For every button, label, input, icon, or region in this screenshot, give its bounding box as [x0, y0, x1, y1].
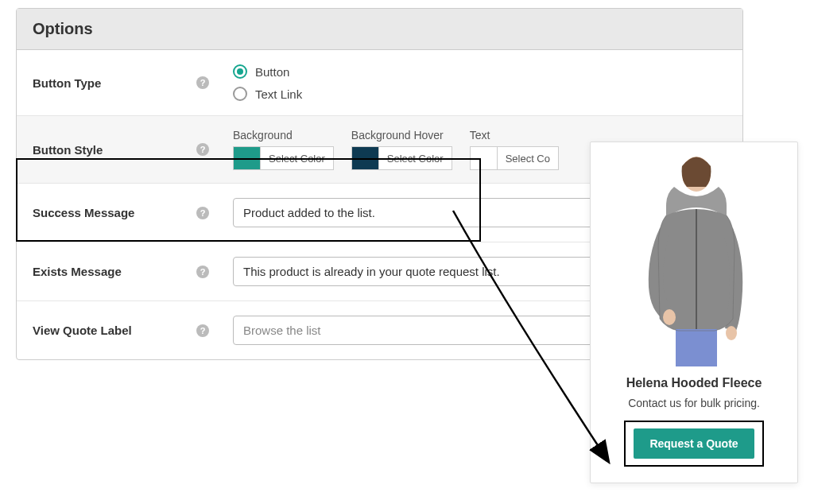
option-label-button-style: Button Style ?	[33, 143, 222, 157]
radio-text-link-option[interactable]: Text Link	[233, 87, 742, 101]
view-quote-label: View Quote Label	[33, 324, 132, 337]
color-swatch[interactable]	[351, 146, 378, 170]
text-color-label: Text	[470, 129, 559, 142]
select-color-button[interactable]: Select Color	[378, 146, 452, 170]
radio-button-option[interactable]: Button	[233, 64, 742, 79]
background-color-picker[interactable]: Select Color	[233, 146, 334, 170]
select-color-button[interactable]: Select Co	[497, 146, 559, 170]
product-subtitle: Contact us for bulk pricing.	[591, 397, 797, 409]
radio-input[interactable]	[233, 87, 247, 101]
color-swatch[interactable]	[470, 146, 497, 170]
option-label-exists: Exists Message ?	[33, 265, 222, 278]
request-quote-button[interactable]: Request a Quote	[634, 428, 754, 459]
background-hover-color-picker[interactable]: Select Color	[351, 146, 452, 170]
text-color-col: Text Select Co	[470, 129, 559, 170]
radio-input[interactable]	[233, 64, 247, 79]
svg-point-2	[663, 309, 676, 325]
button-style-label: Button Style	[33, 143, 103, 157]
product-title: Helena Hooded Fleece	[591, 376, 797, 390]
success-message-input[interactable]	[233, 198, 630, 227]
radio-label: Button	[255, 65, 289, 79]
button-type-label: Button Type	[33, 76, 101, 90]
product-image	[622, 152, 766, 366]
text-color-picker[interactable]: Select Co	[470, 146, 559, 170]
color-swatch[interactable]	[233, 146, 260, 170]
view-quote-input[interactable]	[233, 316, 630, 345]
option-label-success: Success Message ?	[33, 206, 222, 219]
help-icon[interactable]: ?	[196, 207, 209, 219]
background-color-col: Background Select Color	[233, 129, 334, 170]
option-label-view-quote: View Quote Label ?	[33, 324, 222, 337]
background-hover-color-col: Background Hover Select Color	[351, 129, 452, 170]
help-icon[interactable]: ?	[196, 266, 209, 278]
highlight-box: Request a Quote	[624, 421, 763, 467]
svg-rect-4	[676, 329, 717, 366]
exists-message-label: Exists Message	[33, 265, 122, 278]
button-type-row: Button Type ? Button Text Link	[17, 50, 742, 116]
panel-title: Options	[17, 9, 742, 50]
svg-point-3	[726, 326, 737, 340]
radio-label: Text Link	[255, 87, 302, 101]
background-label: Background	[233, 129, 334, 142]
exists-message-input[interactable]	[233, 257, 630, 286]
help-icon[interactable]: ?	[196, 143, 209, 156]
success-message-label: Success Message	[33, 206, 134, 219]
background-hover-label: Background Hover	[351, 129, 452, 142]
select-color-button[interactable]: Select Color	[260, 146, 334, 170]
help-icon[interactable]: ?	[196, 76, 209, 89]
product-preview-card: Helena Hooded Fleece Contact us for bulk…	[590, 142, 798, 483]
option-label-button-type: Button Type ?	[33, 76, 222, 90]
button-type-radios: Button Text Link	[222, 64, 742, 101]
help-icon[interactable]: ?	[196, 324, 209, 337]
